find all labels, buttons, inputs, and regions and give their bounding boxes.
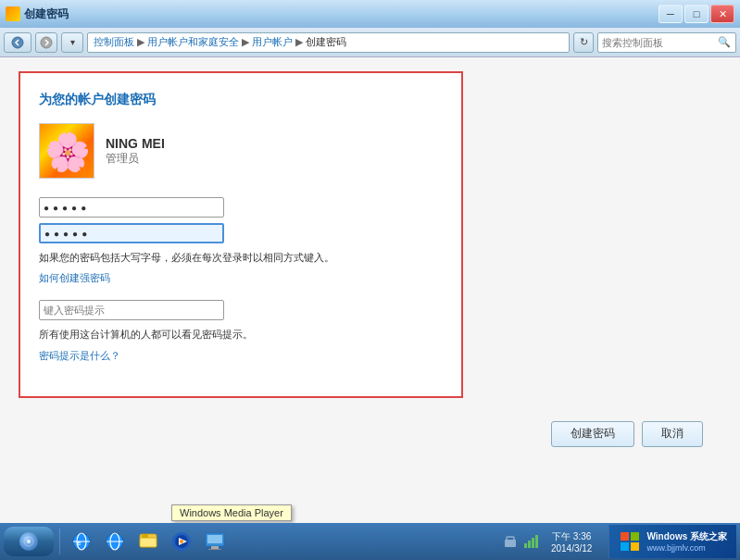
create-password-button[interactable]: 创建密码 — [551, 421, 634, 447]
tray-icon-1[interactable] — [503, 534, 518, 549]
brand-line2: www.bjjmlv.com — [646, 543, 727, 553]
svg-rect-27 — [535, 535, 538, 548]
search-input[interactable] — [602, 37, 714, 48]
search-icon[interactable]: 🔍 — [718, 34, 733, 51]
explorer-taskbar-icon[interactable] — [132, 526, 164, 557]
breadcrumb-arrow-1: ▶ — [137, 36, 144, 48]
back-button[interactable] — [4, 32, 31, 53]
title-bar-controls: ─ □ ✕ — [658, 5, 734, 23]
close-button[interactable]: ✕ — [710, 5, 734, 23]
svg-rect-25 — [528, 541, 531, 548]
tray-icon-2[interactable] — [523, 534, 538, 549]
refresh-button[interactable]: ↻ — [573, 32, 594, 53]
password-field[interactable]: ●●●●● — [39, 197, 224, 218]
svg-rect-13 — [142, 534, 148, 538]
svg-point-0 — [12, 37, 23, 48]
window-icon — [6, 6, 20, 21]
action-buttons: 创建密码 取消 — [19, 412, 721, 456]
wmp-taskbar-icon[interactable] — [166, 526, 197, 557]
window-title: 创建密码 — [24, 6, 69, 22]
password-dots: ●●●●● — [44, 203, 90, 213]
breadcrumb-arrow-3: ▶ — [295, 36, 303, 48]
svg-rect-26 — [532, 538, 534, 548]
svg-rect-31 — [631, 542, 639, 551]
svg-rect-24 — [524, 543, 527, 548]
svg-text:e: e — [77, 539, 82, 547]
user-details: NING MEI 管理员 — [106, 136, 165, 167]
svg-point-3 — [27, 540, 31, 543]
ie-taskbar-icon[interactable]: e — [66, 526, 97, 557]
hint-note: 所有使用这台计算机的人都可以看见密码提示。 — [39, 328, 428, 342]
taskbar: e — [0, 523, 740, 560]
wmp-tooltip: Windows Media Player — [171, 504, 292, 521]
user-info: NING MEI 管理员 — [39, 123, 443, 179]
svg-rect-30 — [621, 542, 629, 551]
windows-logo — [619, 530, 641, 553]
confirm-password-field[interactable]: ●●●●● — [39, 223, 224, 243]
clock-time: 下午 3:36 — [552, 530, 591, 543]
content-area: 为您的帐户创建密码 NING MEI 管理员 ●●●●● ●●●●● 如果您的密… — [0, 57, 740, 523]
address-bar: ▾ 控制面板 ▶ 用户帐户和家庭安全 ▶ 用户帐户 ▶ 创建密码 ↻ 🔍 — [0, 28, 740, 57]
hint-info-link[interactable]: 密码提示是什么？ — [39, 349, 120, 363]
search-bar: 🔍 — [597, 32, 736, 53]
breadcrumb: 控制面板 ▶ 用户帐户和家庭安全 ▶ 用户帐户 ▶ 创建密码 — [87, 32, 570, 53]
avatar-image — [40, 124, 94, 179]
user-name: NING MEI — [106, 136, 165, 151]
user-avatar — [39, 123, 94, 179]
forward-button[interactable] — [35, 32, 57, 53]
clock[interactable]: 下午 3:36 2014/3/12 — [544, 530, 600, 554]
svg-rect-29 — [631, 532, 639, 541]
maximize-button[interactable]: □ — [684, 5, 709, 23]
start-button[interactable] — [4, 527, 54, 556]
caps-hint: 如果您的密码包括大写字母，必须在每次登录时以相同方式键入。 — [39, 251, 428, 265]
breadcrumb-part2[interactable]: 用户帐户和家庭安全 — [147, 35, 239, 49]
desktop-taskbar-icon[interactable] — [199, 526, 231, 557]
clock-date: 2014/3/12 — [551, 543, 593, 554]
breadcrumb-part4: 创建密码 — [306, 35, 346, 49]
svg-rect-28 — [621, 532, 629, 541]
breadcrumb-part3[interactable]: 用户帐户 — [252, 35, 293, 49]
taskbar-divider-1 — [59, 529, 60, 554]
breadcrumb-part1[interactable]: 控制面板 — [94, 35, 134, 49]
confirm-password-dots: ●●●●● — [44, 229, 91, 239]
svg-rect-19 — [211, 546, 219, 549]
brand-line1: Windows 系统之家 — [646, 530, 727, 543]
svg-rect-12 — [140, 538, 157, 547]
start-orb — [19, 532, 38, 551]
breadcrumb-arrow-2: ▶ — [242, 36, 249, 48]
svg-rect-23 — [507, 537, 514, 541]
minimize-button[interactable]: ─ — [658, 5, 683, 23]
hint-placeholder: 键入密码提示 — [44, 304, 105, 317]
brand-text: Windows 系统之家 www.bjjmlv.com — [646, 530, 727, 553]
windows-brand: Windows 系统之家 www.bjjmlv.com — [608, 525, 736, 558]
svg-rect-21 — [207, 535, 222, 543]
form-panel: 为您的帐户创建密码 NING MEI 管理员 ●●●●● ●●●●● 如果您的密… — [19, 71, 463, 398]
svg-point-17 — [180, 540, 183, 543]
create-strong-password-link[interactable]: 如何创建强密码 — [39, 271, 110, 285]
system-tray: 下午 3:36 2014/3/12 — [495, 530, 608, 554]
main-window: 创建密码 ─ □ ✕ ▾ 控制面板 ▶ 用户帐户和家庭安全 ▶ — [0, 0, 740, 523]
dropdown-button[interactable]: ▾ — [61, 32, 83, 53]
cancel-button[interactable]: 取消 — [642, 421, 703, 447]
title-bar-left: 创建密码 — [6, 6, 69, 22]
user-role: 管理员 — [106, 151, 165, 167]
hint-input-field[interactable]: 键入密码提示 — [39, 300, 224, 320]
title-bar: 创建密码 ─ □ ✕ — [0, 0, 740, 28]
svg-rect-20 — [208, 549, 221, 550]
form-title: 为您的帐户创建密码 — [39, 92, 443, 108]
svg-point-1 — [41, 37, 52, 48]
ie2-taskbar-icon[interactable] — [99, 526, 131, 557]
